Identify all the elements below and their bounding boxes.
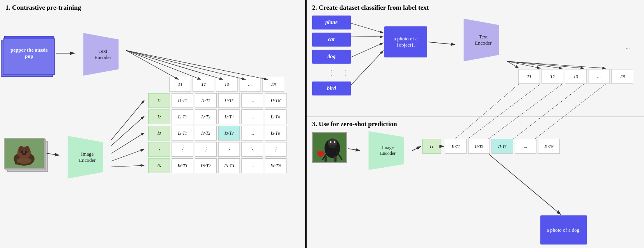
svg-line-57 [513,84,584,139]
image-encoder-left: ImageEncoder [60,136,111,179]
svg-text:...: ... [626,44,630,50]
text-label-box: pepper the aussie pup [4,36,54,71]
t1-header: T1 [169,77,191,92]
rs-i1tN: I1·TN [538,139,560,154]
bird-svg [313,133,347,163]
rs-dots: ... [515,139,536,154]
svg-point-7 [22,153,26,155]
tN-header: TN [262,77,284,92]
t-matrix-right: T1 T2 T3 ... TN [518,69,633,84]
section3-title: 3. Use for zero-shot prediction [312,120,397,128]
label-car: car [312,33,351,47]
rs-i1t3: I1·T3 [491,139,513,154]
svg-line-58 [535,84,606,139]
dog-image [5,138,44,169]
i1t3: I1·T3 [218,93,240,108]
svg-line-56 [488,84,562,139]
rs-i1t2: I1·T2 [468,139,490,154]
matrix-row-dots: ⋮ ⋮ ⋮ ⋮ ⋱ ⋮ [148,142,286,157]
iNt1: IN·T1 [172,158,193,173]
h-divider [307,116,644,117]
svg-line-18 [126,50,246,80]
i3t1: I3·T1 [172,126,193,140]
i2t2: I2·T2 [195,109,217,124]
tr-t1: T1 [518,69,540,84]
text-encoder-right: TextEncoder [456,19,507,61]
result-text: a photo of a dog. [547,227,581,233]
svg-line-21 [111,100,144,140]
tr-t2: T2 [542,69,563,84]
svg-line-47 [507,61,584,68]
tr-tN: TN [611,69,633,84]
i-dots-left: ⋮ [148,142,170,157]
svg-point-32 [334,141,335,143]
svg-line-41 [351,43,384,57]
t-header-row: T1 T2 T3 ... TN [169,77,284,92]
svg-point-31 [330,141,332,143]
row-matrix-section3: I1·T1 I1·T2 I1·T3 ... I1·TN [445,139,560,154]
i2t3: I2·T3 [218,109,240,124]
svg-line-39 [351,23,384,33]
image-encoder-section3: ImageEncoder [361,131,411,170]
svg-line-43 [428,42,455,45]
svg-point-6 [25,151,27,153]
i3-left: I3 [148,126,170,140]
dots-t2: ⋮ [195,142,217,157]
i2-left: I2 [148,109,170,124]
image-stack [4,138,47,173]
svg-line-50 [348,149,360,151]
i3dots: ... [241,126,263,140]
dots-t1: ⋮ [172,142,193,157]
matrix-row-1: I1 I1·T1 I1·T2 I1·T3 ... I1·TN [148,93,286,108]
svg-line-51 [412,146,421,151]
svg-line-24 [111,149,144,161]
svg-point-36 [317,151,320,154]
rs-i1t1: I1·T1 [445,139,467,154]
left-content: 1. Contrastive pre-training pepper the a… [0,0,305,248]
iNtN: IN·TN [265,158,286,173]
i1dots: ... [241,93,263,108]
label-boxes: plane car dog ⋮ ⋮ bird [312,16,351,95]
i1tN: I1·TN [265,93,286,108]
i1t2: I1·T2 [195,93,217,108]
iNdots: ... [241,158,263,173]
svg-line-53 [489,154,561,215]
svg-point-5 [21,151,23,153]
left-panel: 1. Contrastive pre-training pepper the a… [0,0,307,248]
svg-line-42 [351,50,384,85]
svg-line-45 [507,61,541,68]
dots-tN: ⋮ [265,142,286,157]
svg-point-12 [17,158,31,164]
section1-title: 1. Contrastive pre-training [0,0,305,14]
label-plane: plane [312,16,351,29]
t2-header: T2 [193,77,214,92]
svg-line-44 [507,61,519,68]
t-dots-header: ... [239,77,261,92]
photo-object-text: a photo of a {object}. [387,36,425,48]
i1-left: I1 [148,93,170,108]
matrix-row-N: IN IN·T1 IN·T2 IN·T3 ... IN·TN [148,158,286,173]
right-content: 2. Create dataset classifier from label … [307,0,644,248]
i2tN: I2·TN [265,109,286,124]
right-panel: 2. Create dataset classifier from label … [307,0,644,248]
tr-t3: T3 [565,69,587,84]
i3t2: I3·T2 [195,126,217,140]
img-frame-main [4,138,45,169]
image-encoder-label-section3: ImageEncoder [380,145,396,156]
t3-header: T3 [216,77,238,92]
svg-line-46 [507,61,562,68]
iNt3: IN·T3 [218,158,240,173]
svg-line-15 [126,50,179,80]
i2t1: I2·T1 [172,109,193,124]
i3tN: I3·TN [265,126,286,140]
i1t1: I1·T1 [172,93,193,108]
svg-line-22 [111,116,144,146]
label-dots: ⋮ ⋮ [328,67,351,78]
svg-rect-34 [334,156,337,162]
iN-left: IN [148,158,170,173]
photo-object-box: a photo of a {object}. [384,26,427,57]
text-encoder-label-left: TextEncoder [94,48,111,61]
image-encoder-label-left: ImageEncoder [79,151,95,163]
i2dots: ... [241,109,263,124]
svg-line-16 [126,50,201,80]
